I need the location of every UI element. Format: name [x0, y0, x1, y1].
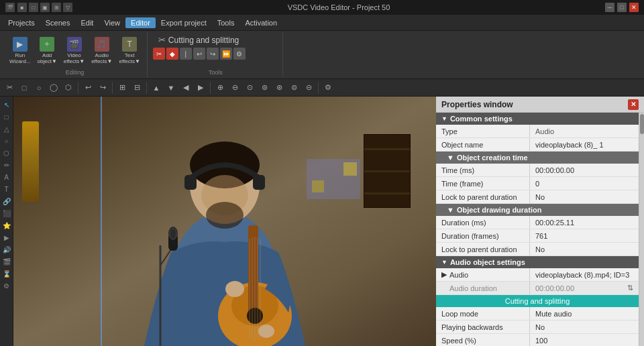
toolbar-redo[interactable]: ↪	[96, 81, 109, 95]
toolbar-rect[interactable]: □	[17, 81, 31, 95]
tb-icon-4[interactable]: ⊞	[52, 3, 61, 12]
tool-fast-forward-btn[interactable]: ⏩	[220, 48, 232, 60]
close-btn[interactable]: ✕	[629, 3, 639, 12]
svg-rect-3	[184, 175, 197, 190]
toolbar-add[interactable]: ⊕	[213, 81, 227, 95]
run-wizard-label: RunWizard...	[9, 53, 31, 65]
section-common-settings: ▼ Common settings	[436, 113, 639, 125]
label-audio: ▶ Audio	[436, 268, 530, 281]
lt-settings-btn[interactable]: ⚙	[1, 280, 12, 291]
run-wizard-btn[interactable]: ▶ RunWizard...	[7, 36, 34, 66]
add-object-label: Addobject▼	[38, 53, 57, 65]
audio-effects-btn[interactable]: 🎵 Audioeffects▼	[89, 36, 115, 66]
toolbar-right[interactable]: ▶	[194, 81, 207, 95]
maximize-btn[interactable]: □	[617, 3, 627, 12]
lt-audio-btn[interactable]: 🔊	[1, 244, 12, 255]
text-effects-icon: T	[122, 37, 137, 52]
lt-star-btn[interactable]: ⭐	[1, 220, 12, 231]
lt-link-btn[interactable]: 🔗	[1, 196, 12, 207]
menu-edit[interactable]: Edit	[75, 17, 99, 28]
svg-point-6	[206, 202, 244, 229]
menu-scenes[interactable]: Scenes	[40, 17, 76, 28]
toolbar-null[interactable]: ⊜	[287, 81, 301, 95]
toolbar-zoom-in[interactable]: ⊙	[243, 81, 256, 95]
toolbar-ellipse[interactable]: ◯	[47, 81, 60, 95]
toolbar-circle[interactable]: ○	[32, 81, 46, 95]
lt-hex-btn[interactable]: ⬡	[1, 148, 12, 158]
properties-body[interactable]: ▼ Common settings Type Audio Object name…	[436, 113, 644, 346]
value-duration-ms[interactable]: 00:00:25.11	[530, 216, 639, 229]
tool-cut-btn[interactable]: ✂	[153, 48, 165, 60]
trumpet	[22, 121, 39, 202]
value-object-name[interactable]: videoplayback (8)_ 1	[530, 138, 639, 151]
scroll-icon[interactable]: ⇅	[627, 284, 633, 292]
value-time-ms[interactable]: 00:00:00.00	[530, 164, 639, 176]
svg-rect-4	[253, 175, 265, 190]
toolbar-up[interactable]: ▲	[150, 81, 163, 95]
lt-play-btn[interactable]: ▶	[1, 232, 12, 243]
label-playing-backwards: Playing backwards	[436, 321, 530, 333]
lt-pen-btn[interactable]: ✏	[1, 160, 12, 170]
value-audio[interactable]: videoplayback (8).mp4; ID=3	[530, 268, 639, 281]
toolbar-settings[interactable]: ⚙	[321, 81, 335, 95]
studio-scene	[13, 97, 436, 346]
value-speed[interactable]: 100	[530, 334, 639, 346]
arrow-audio-icon: ▼	[441, 259, 447, 266]
text-effects-btn[interactable]: T Texteffects▼	[117, 36, 143, 66]
lt-triangle-btn[interactable]: △	[1, 123, 12, 134]
toolbar-left[interactable]: ◀	[179, 81, 193, 95]
lt-a-btn[interactable]: A	[1, 172, 12, 182]
audio-expand-icon[interactable]: ▶	[441, 270, 447, 279]
toolbar-down[interactable]: ▼	[164, 81, 178, 95]
toolbar-cut[interactable]: ✂	[3, 81, 16, 95]
toolbar-undo[interactable]: ↩	[81, 81, 95, 95]
toolbar-cross[interactable]: ⊝	[302, 81, 315, 95]
tool-redo-btn[interactable]: ↪	[207, 48, 219, 60]
tb-icon-3[interactable]: ▣	[40, 3, 50, 12]
tb-icon-1[interactable]: ■	[17, 3, 27, 12]
toolbar-minus[interactable]: ⊟	[130, 81, 144, 95]
menu-activation[interactable]: Activation	[239, 17, 282, 28]
run-wizard-icon: ▶	[13, 37, 28, 52]
tool-red-btn[interactable]: ◆	[166, 48, 178, 60]
toolbar-polygon[interactable]: ⬡	[62, 81, 75, 95]
toolbar-row: ✂ □ ○ ◯ ⬡ ↩ ↪ ⊞ ⊟ ▲ ▼ ◀ ▶ ⊕ ⊖ ⊙ ⊚ ⊛ ⊜ ⊝ …	[0, 79, 644, 97]
row-duration-frames: Duration (frames) 761	[436, 229, 639, 243]
value-playing-backwards[interactable]: No	[530, 321, 639, 333]
tb-icon-5[interactable]: ▽	[63, 3, 72, 12]
toolbar-grid[interactable]: ⊞	[115, 81, 129, 95]
lt-timer-btn[interactable]: ⌛	[1, 268, 12, 279]
value-duration-frames[interactable]: 761	[530, 229, 639, 242]
toolbar-zoom-out[interactable]: ⊚	[258, 81, 271, 95]
lt-video-btn[interactable]: 🎬	[1, 256, 12, 267]
tool-marker-btn[interactable]: |	[180, 48, 192, 60]
properties-scrollbar[interactable]	[639, 113, 644, 346]
value-lock-creation[interactable]: No	[530, 190, 639, 203]
menu-editor[interactable]: Editor	[125, 17, 156, 28]
tool-undo-btn[interactable]: ↩	[193, 48, 205, 60]
label-duration-ms: Duration (ms)	[436, 216, 530, 229]
lt-select-btn[interactable]: ↖	[1, 99, 12, 110]
minimize-btn[interactable]: ─	[605, 3, 614, 12]
toolbar-target[interactable]: ⊛	[272, 81, 286, 95]
tool-settings-btn[interactable]: ⚙	[233, 48, 246, 60]
lt-circle-btn[interactable]: ○	[1, 135, 12, 146]
properties-close-btn[interactable]: ✕	[628, 99, 639, 110]
tb-icon-2[interactable]: □	[29, 3, 38, 12]
menu-export[interactable]: Export project	[156, 17, 212, 28]
value-lock-drawing[interactable]: No	[530, 243, 639, 255]
value-time-frame[interactable]: 0	[530, 177, 639, 190]
arrow-creation-icon: ▼	[447, 154, 454, 162]
menu-projects[interactable]: Projects	[3, 17, 40, 28]
toolbar-remove[interactable]: ⊖	[228, 81, 241, 95]
menu-tools[interactable]: Tools	[212, 17, 240, 28]
menu-view[interactable]: View	[99, 17, 125, 28]
properties-panel: Properties window ✕ ▼ Common settings Ty…	[436, 97, 644, 346]
lt-fill-btn[interactable]: ⬛	[1, 208, 12, 219]
value-loop-mode[interactable]: Mute audio	[530, 307, 639, 320]
add-object-btn[interactable]: ＋ Addobject▼	[35, 36, 60, 66]
lt-text-btn[interactable]: T	[1, 184, 12, 194]
lt-rect-btn[interactable]: □	[1, 111, 12, 122]
video-effects-btn[interactable]: 🎬 Videoeffects▼	[61, 36, 87, 66]
scrollbar-thumb[interactable]	[640, 114, 644, 134]
